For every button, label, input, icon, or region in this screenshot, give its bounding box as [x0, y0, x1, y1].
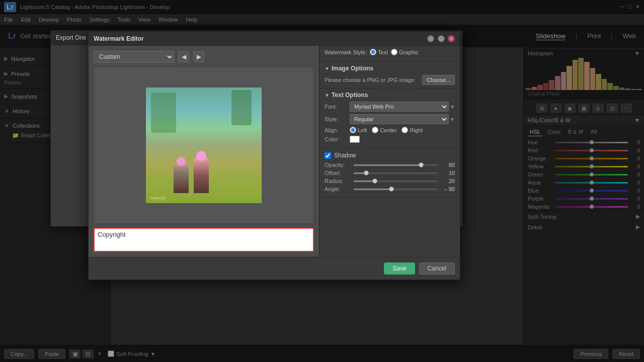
- align-left-label[interactable]: Left: [350, 127, 367, 133]
- font-row: Font: Myriad Web Pro ▼: [325, 102, 455, 112]
- style-graphic-label[interactable]: Graphic: [391, 49, 419, 55]
- choose-image-button[interactable]: Choose...: [422, 75, 455, 85]
- style-expand-icon: ▼: [450, 117, 455, 122]
- style-text-radio[interactable]: [370, 49, 376, 55]
- watermark-toolbar: CustomAdobe StandardSimple Copyright ◀ ▶: [94, 51, 314, 63]
- radius-value: 20: [441, 178, 455, 184]
- style-graphic-radio[interactable]: [391, 49, 397, 55]
- offset-label: Offset:: [325, 170, 351, 176]
- align-label: Align:: [325, 127, 350, 133]
- shadow-label: Shadow: [334, 152, 356, 159]
- align-right-label[interactable]: Right: [401, 127, 423, 133]
- watermark-style-row: Watermark Style: Text Graphic: [325, 49, 455, 55]
- image-options-label: Image Options: [332, 65, 373, 72]
- watermark-dialog-body: CustomAdobe StandardSimple Copyright ◀ ▶: [89, 46, 460, 257]
- style-text-text: Text: [378, 49, 388, 55]
- offset-value: 10: [441, 170, 455, 176]
- watermark-text-input[interactable]: [98, 231, 310, 238]
- watermark-text-container: [94, 228, 314, 252]
- offset-slider[interactable]: [354, 172, 438, 174]
- color-label: Color:: [325, 136, 350, 142]
- image-description: Please choose a PNG or JPG image: [325, 77, 415, 83]
- offset-row: Offset: 10: [325, 170, 455, 176]
- align-group: Left Center Right: [350, 127, 423, 133]
- align-right-text: Right: [410, 127, 423, 133]
- style-dropdown[interactable]: Regular: [350, 114, 449, 124]
- angle-fill: [354, 189, 391, 190]
- watermark-style-label: Watermark Style:: [325, 49, 367, 55]
- watermark-preset-select[interactable]: CustomAdobe StandardSimple Copyright: [94, 51, 174, 63]
- align-left-radio[interactable]: [350, 127, 356, 133]
- watermark-max-btn[interactable]: □: [438, 35, 445, 42]
- photo-watermark-text: Copyrigh: [150, 196, 166, 200]
- watermark-window-controls: - □ ×: [426, 35, 455, 42]
- text-options-toggle: ▼: [325, 93, 330, 98]
- style-text-label[interactable]: Text: [370, 49, 388, 55]
- watermark-save-button[interactable]: Save: [384, 262, 415, 275]
- watermark-min-btn[interactable]: -: [427, 35, 434, 42]
- radius-slider[interactable]: [354, 180, 438, 182]
- shadow-header: Shadow: [325, 152, 455, 159]
- font-expand-icon: ▼: [450, 104, 455, 110]
- image-options-section: ▼ Image Options Please choose a PNG or J…: [319, 62, 460, 88]
- watermark-dialog-titlebar: Watermark Editor - □ ×: [89, 32, 460, 46]
- person-right: [194, 158, 209, 193]
- text-options-header[interactable]: ▼ Text Options: [325, 92, 455, 99]
- style-label: Style:: [325, 116, 350, 122]
- radius-fill: [354, 180, 375, 182]
- watermark-style-section: Watermark Style: Text Graphic: [319, 46, 460, 62]
- align-row: Align: Left Center Right: [325, 127, 455, 133]
- font-label: Font:: [325, 104, 350, 110]
- color-swatch[interactable]: [350, 136, 360, 143]
- align-right-radio[interactable]: [401, 127, 408, 133]
- watermark-prev-btn[interactable]: ◀: [178, 51, 189, 62]
- align-center-text: Center: [380, 127, 396, 133]
- angle-label: Angle:: [325, 186, 351, 192]
- watermark-dialog-footer: Save Cancel: [89, 257, 460, 280]
- style-graphic-text: Graphic: [399, 49, 419, 55]
- image-options-toggle: ▼: [325, 66, 330, 71]
- radius-label: Radius:: [325, 178, 351, 184]
- radius-handle: [372, 178, 377, 184]
- watermark-cancel-button[interactable]: Cancel: [419, 262, 455, 275]
- align-left-text: Left: [358, 127, 367, 133]
- angle-row: Angle: – 90: [325, 186, 455, 192]
- foliage-right: [231, 90, 252, 125]
- text-options-label: Text Options: [332, 92, 368, 99]
- text-options-section: ▼ Text Options Font: Myriad Web Pro ▼ St…: [319, 88, 460, 149]
- watermark-preview-area: CustomAdobe StandardSimple Copyright ◀ ▶: [89, 46, 319, 257]
- opacity-row: Opacity: 80: [325, 162, 455, 168]
- watermark-close-btn[interactable]: ×: [448, 35, 455, 42]
- align-center-radio[interactable]: [372, 127, 378, 133]
- foliage: [151, 93, 176, 133]
- opacity-value: 80: [441, 162, 455, 168]
- shadow-checkbox[interactable]: [325, 152, 331, 159]
- shadow-section: Shadow Opacity: 80 Offset:: [319, 149, 460, 198]
- opacity-slider[interactable]: [354, 164, 438, 166]
- angle-value: – 90: [441, 186, 455, 192]
- angle-slider[interactable]: [354, 189, 438, 190]
- color-row: Color:: [325, 136, 455, 143]
- watermark-dialog-title: Watermark Editor: [94, 35, 144, 42]
- offset-handle: [364, 170, 369, 175]
- align-center-label[interactable]: Center: [372, 127, 396, 133]
- opacity-label: Opacity:: [325, 162, 351, 168]
- person-left: [174, 163, 189, 193]
- watermark-next-btn[interactable]: ▶: [193, 51, 204, 62]
- watermark-editor-dialog: Watermark Editor - □ × CustomAdobe Stand…: [88, 31, 460, 280]
- angle-handle: [389, 187, 394, 192]
- style-row: Style: Regular ▼: [325, 114, 455, 124]
- radius-row: Radius: 20: [325, 178, 455, 184]
- watermark-preview-image: Copyrigh: [94, 67, 314, 224]
- font-dropdown[interactable]: Myriad Web Pro: [350, 102, 449, 112]
- watermark-options-area: Watermark Style: Text Graphic ▼ Image Op…: [319, 46, 460, 257]
- opacity-handle: [419, 162, 424, 167]
- photo-preview: Copyrigh: [146, 87, 262, 203]
- image-options-header[interactable]: ▼ Image Options: [325, 65, 455, 72]
- image-options-body: Please choose a PNG or JPG image Choose.…: [325, 75, 455, 85]
- opacity-fill: [354, 164, 421, 166]
